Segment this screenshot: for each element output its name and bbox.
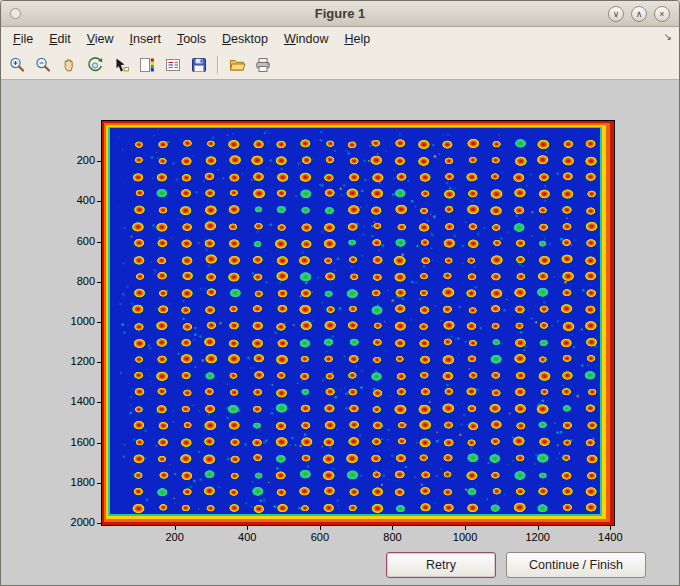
save-floppy-icon (190, 56, 208, 74)
zoom-in-icon (8, 56, 26, 74)
x-tick-label: 1400 (588, 531, 632, 543)
toolbar (1, 50, 679, 80)
figure-canvas-area: Retry Continue / Finish 2004006008001000… (1, 80, 679, 585)
y-tick-label: 1000 (51, 315, 95, 327)
x-tick-label: 1000 (443, 531, 487, 543)
y-tick-label: 1800 (51, 476, 95, 488)
menu-help[interactable]: Help (336, 29, 378, 49)
menu-window[interactable]: Window (276, 29, 336, 49)
y-tick-mark (97, 523, 101, 524)
colorbar-icon (138, 56, 156, 74)
menu-tools[interactable]: Tools (169, 29, 214, 49)
y-tick-mark (97, 201, 101, 202)
print-button[interactable] (251, 53, 274, 76)
plate-image[interactable] (102, 121, 614, 525)
x-tick-label: 800 (370, 531, 414, 543)
x-tick-mark (392, 526, 393, 530)
zoom-out-icon (34, 56, 52, 74)
x-tick-mark (538, 526, 539, 530)
toolbar-separator (217, 56, 218, 74)
zoom-in-button[interactable] (5, 53, 28, 76)
menu-desktop[interactable]: Desktop (214, 29, 276, 49)
y-tick-mark (97, 282, 101, 283)
x-tick-mark (465, 526, 466, 530)
open-folder-icon (228, 56, 246, 74)
rotate-3d-button[interactable] (83, 53, 106, 76)
maximize-button[interactable]: ∧ (631, 6, 647, 22)
x-tick-label: 200 (153, 531, 197, 543)
x-tick-mark (247, 526, 248, 530)
plot-axes (101, 120, 615, 526)
window-controls: ∨ ∧ × (608, 6, 670, 22)
menu-insert[interactable]: Insert (122, 29, 169, 49)
y-tick-mark (97, 362, 101, 363)
x-tick-mark (320, 526, 321, 530)
y-tick-label: 2000 (51, 516, 95, 528)
y-tick-mark (97, 483, 101, 484)
x-tick-mark (610, 526, 611, 530)
menu-overflow-icon[interactable]: ↘ (664, 31, 672, 42)
printer-icon (254, 56, 272, 74)
figure-window: Figure 1 ∨ ∧ × File Edit View Insert Too… (0, 0, 680, 586)
insert-legend-button[interactable] (161, 53, 184, 76)
y-tick-mark (97, 161, 101, 162)
titlebar: Figure 1 ∨ ∧ × (1, 1, 679, 27)
menu-file[interactable]: File (5, 29, 41, 49)
menu-view[interactable]: View (79, 29, 122, 49)
insert-colorbar-button[interactable] (135, 53, 158, 76)
menu-edit[interactable]: Edit (41, 29, 79, 49)
menubar: File Edit View Insert Tools Desktop Wind… (1, 27, 679, 50)
y-tick-label: 1600 (51, 436, 95, 448)
y-tick-mark (97, 443, 101, 444)
rotate-3d-icon (86, 56, 104, 74)
y-tick-label: 600 (51, 235, 95, 247)
y-tick-label: 1400 (51, 395, 95, 407)
data-cursor-icon (112, 56, 130, 74)
y-tick-mark (97, 242, 101, 243)
x-tick-mark (175, 526, 176, 530)
x-tick-label: 600 (298, 531, 342, 543)
x-tick-label: 1200 (516, 531, 560, 543)
continue-finish-button[interactable]: Continue / Finish (506, 552, 646, 578)
y-tick-label: 200 (51, 154, 95, 166)
y-tick-label: 1200 (51, 355, 95, 367)
retry-button[interactable]: Retry (386, 552, 496, 578)
save-button[interactable] (187, 53, 210, 76)
y-tick-label: 800 (51, 275, 95, 287)
y-tick-mark (97, 402, 101, 403)
legend-icon (164, 56, 182, 74)
data-cursor-button[interactable] (109, 53, 132, 76)
pan-button[interactable] (57, 53, 80, 76)
shade-button[interactable]: ∨ (608, 6, 624, 22)
y-tick-label: 400 (51, 194, 95, 206)
x-tick-label: 400 (225, 531, 269, 543)
open-file-button[interactable] (225, 53, 248, 76)
y-tick-mark (97, 322, 101, 323)
hand-pan-icon (60, 56, 78, 74)
close-button[interactable]: × (654, 6, 670, 22)
zoom-out-button[interactable] (31, 53, 54, 76)
window-title: Figure 1 (1, 6, 679, 21)
